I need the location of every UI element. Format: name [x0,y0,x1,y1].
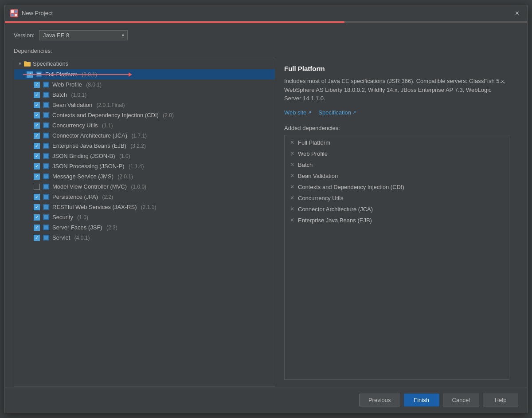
dep-name-bean-validation: Bean Validation [298,173,338,179]
tree-container[interactable]: ▼ Specifications ✓ [14,58,275,386]
checkbox-ejb[interactable]: ✓ [34,143,40,149]
tree-group-specifications[interactable]: ▼ Specifications [14,58,275,69]
tree-item-security[interactable]: ✓ Security (1.0) [14,212,275,222]
checkbox-web-profile[interactable]: ✓ [34,82,40,88]
svg-rect-13 [44,83,48,87]
dep-item-batch[interactable]: ✕ Batch [285,159,509,170]
checkbox-jpa[interactable]: ✓ [34,194,40,200]
tree-item-jax-rs[interactable]: ✓ RESTful Web Services (JAX-RS) (2.1.1) [14,202,275,212]
close-button[interactable]: × [512,9,522,18]
dialog-title: New Project [22,10,53,16]
svg-rect-19 [44,113,48,117]
dep-item-ejb[interactable]: ✕ Enterprise Java Beans (EJB) [285,215,509,226]
dep-remove-concurrency-utils[interactable]: ✕ [290,195,294,201]
checkbox-cdi[interactable]: ✓ [34,112,40,118]
svg-rect-31 [44,174,48,178]
dep-remove-full-platform[interactable]: ✕ [290,139,294,146]
mod-icon-json-p [43,163,50,170]
checkbox-full-platform[interactable]: ✓ [27,71,33,78]
version-select-wrapper[interactable]: Java EE 8 Jakarta EE 9 Jakarta EE 10 [39,30,128,40]
checkbox-mvc[interactable] [34,184,40,190]
mod-icon-bean-validation [43,102,50,108]
item-version-jms: (2.0.1) [116,174,133,180]
checkbox-jax-rs[interactable]: ✓ [34,204,40,210]
tree-item-servlet[interactable]: ✓ Servlet (4.0.1) [14,233,275,243]
tree-item-bean-validation[interactable]: ✓ Bean Validation (2.0.1.Final) [14,100,275,110]
checkbox-security[interactable]: ✓ [34,214,40,221]
version-label: Version: [14,32,35,39]
mod-icon-jsf [43,225,50,231]
tree-item-mvc[interactable]: Model View Controller (MVC) (1.0.0) [14,181,275,192]
checkbox-bean-validation[interactable]: ✓ [34,102,40,108]
mod-icon-jpa [43,194,50,200]
tree-item-concurrency-utils[interactable]: ✓ Concurrency Utils (1.1) [14,120,275,130]
item-version-jpa: (2.2) [101,194,113,200]
mod-icon-concurrency-utils [43,122,50,129]
dep-item-full-platform[interactable]: ✕ Full Platform [285,137,509,148]
tree-item-batch[interactable]: ✓ Batch (1.0.1) [14,90,275,100]
item-version-bean-validation: (2.0.1.Final) [95,102,125,108]
checkbox-batch[interactable]: ✓ [34,92,40,98]
svg-rect-1 [11,10,14,13]
checkbox-json-p[interactable]: ✓ [34,163,40,170]
detail-title: Full Platform [284,65,509,72]
svg-rect-37 [44,205,48,209]
item-version-servlet: (4.0.1) [73,235,90,241]
tree-item-jpa[interactable]: ✓ Persistence (JPA) (2.2) [14,192,275,202]
dep-remove-cdi[interactable]: ✕ [290,184,294,190]
checkbox-jsf[interactable]: ✓ [34,225,40,231]
tree-item-jca[interactable]: ✓ Connector Architecture (JCA) (1.7.1) [14,130,275,141]
tree-item-jms[interactable]: ✓ Message Service (JMS) (2.0.1) [14,171,275,181]
checkbox-json-b[interactable]: ✓ [34,153,40,159]
web-site-link[interactable]: Web site ↗ [284,109,311,116]
specification-link[interactable]: Specification ↗ [318,109,356,116]
dep-item-web-profile[interactable]: ✕ Web Profile [285,148,509,159]
dep-item-concurrency-utils[interactable]: ✕ Concurrency Utils [285,193,509,204]
help-button[interactable]: Help [483,394,518,406]
item-name-jax-rs: RESTful Web Services (JAX-RS) [52,204,137,210]
tree-item-json-b[interactable]: ✓ JSON Binding (JSON-B) (1.0) [14,151,275,161]
item-version-web-profile: (8.0.1) [85,82,102,88]
tree-group-label: Specifications [33,60,68,67]
checkbox-jms[interactable]: ✓ [34,174,40,180]
dep-remove-web-profile[interactable]: ✕ [290,150,294,157]
mod-icon-batch [43,92,50,98]
progress-bar-area [5,21,527,23]
checkbox-concurrency-utils[interactable]: ✓ [34,122,40,129]
cancel-button[interactable]: Cancel [443,394,479,406]
previous-button[interactable]: Previous [359,394,400,406]
dep-remove-jca[interactable]: ✕ [290,206,294,212]
dep-item-cdi[interactable]: ✕ Contexts and Dependency Injection (CDI… [285,181,509,193]
svg-rect-23 [44,134,48,138]
specification-label: Specification [318,109,351,116]
dep-item-jca[interactable]: ✕ Connector Architecture (JCA) [285,204,509,215]
version-select[interactable]: Java EE 8 Jakarta EE 9 Jakarta EE 10 [39,30,128,40]
tree-item-ejb[interactable]: ✓ Enterprise Java Beans (EJB) (3.2.2) [14,141,275,151]
right-panel: Full Platform Includes most of Java EE s… [275,58,518,387]
checkbox-jca[interactable]: ✓ [34,133,40,139]
item-name-jpa: Persistence (JPA) [52,193,98,200]
dep-item-bean-validation[interactable]: ✕ Bean Validation [285,170,509,181]
dep-remove-bean-validation[interactable]: ✕ [290,173,294,179]
detail-description: Includes most of Java EE specifications … [284,77,509,103]
tree-item-jsf[interactable]: ✓ Server Faces (JSF) (2.3) [14,222,275,233]
tree-item-cdi[interactable]: ✓ Contexts and Dependency Injection (CDI… [14,110,275,120]
folder-icon [24,61,31,67]
tree-item-web-profile[interactable]: ✓ Web Profile (8.0.1) [14,79,275,90]
item-name-bean-validation: Bean Validation [52,102,92,108]
checkbox-servlet[interactable]: ✓ [34,235,40,241]
mod-icon-web-profile [43,82,50,88]
mod-icon-full-platform [35,71,43,78]
detail-links: Web site ↗ Specification ↗ [284,109,509,116]
dep-remove-ejb[interactable]: ✕ [290,217,294,223]
item-version-jsf: (2.3) [105,225,117,231]
finish-button[interactable]: Finish [404,394,439,406]
specification-arrow-icon: ↗ [352,110,356,115]
tree-item-full-platform[interactable]: ✓ Full Platform (8.0.1) [14,69,275,79]
svg-rect-3 [11,14,14,16]
mod-icon-jms [43,174,50,180]
tree-item-json-p[interactable]: ✓ JSON Processing (JSON-P) (1.1.4) [14,161,275,171]
title-bar: New Project × [5,5,527,21]
dep-remove-batch[interactable]: ✕ [290,162,294,168]
mod-icon-jca [43,133,50,139]
